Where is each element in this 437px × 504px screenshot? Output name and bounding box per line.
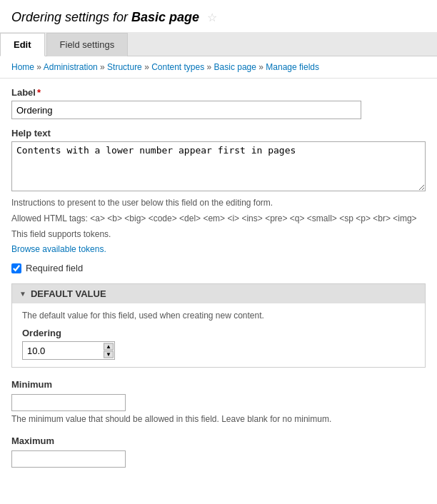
breadcrumb-structure[interactable]: Structure <box>107 62 142 72</box>
content-area: Label * Help text Contents with a lower … <box>0 79 437 476</box>
page-title: Ordering settings for Basic page ☆ <box>0 0 437 32</box>
help-instructions-line2: Allowed HTML tags: <a> <b> <big> <code> … <box>11 212 426 225</box>
spinner-down-button[interactable]: ▼ <box>104 351 114 358</box>
tab-edit[interactable]: Edit <box>0 33 45 56</box>
help-text-label: Help text <box>11 128 426 138</box>
maximum-label: Maximum <box>11 435 426 446</box>
minimum-input[interactable] <box>11 394 126 411</box>
minimum-label: Minimum <box>11 379 426 390</box>
maximum-section: Maximum <box>11 435 426 468</box>
tabs-bar: Edit Field settings <box>0 32 437 56</box>
help-text-group: Help text Contents with a lower number a… <box>11 128 426 254</box>
tab-field-settings[interactable]: Field settings <box>46 33 129 56</box>
breadcrumb-content-types[interactable]: Content types <box>151 62 204 72</box>
ordering-input[interactable] <box>22 341 115 360</box>
minimum-section: Minimum The minimum value that should be… <box>11 379 426 424</box>
spinner-buttons: ▲ ▼ <box>104 343 114 358</box>
required-field-label: Required field <box>26 263 83 273</box>
star-icon[interactable]: ☆ <box>207 11 217 24</box>
required-star: * <box>37 87 41 98</box>
help-instructions-line1: Instructions to present to the user belo… <box>11 196 426 209</box>
label-text: Label <box>11 87 36 98</box>
label-field-group: Label * <box>11 87 426 119</box>
label-input[interactable] <box>11 101 361 119</box>
help-text-input[interactable]: Contents with a lower number appear firs… <box>11 141 426 191</box>
default-value-title: DEFAULT VALUE <box>31 288 106 299</box>
default-value-body: The default value for this field, used w… <box>12 303 425 367</box>
minimum-description: The minimum value that should be allowed… <box>11 414 426 424</box>
ordering-input-wrapper: ▲ ▼ <box>22 341 115 360</box>
default-value-header[interactable]: ▼ DEFAULT VALUE <box>12 284 425 303</box>
collapse-icon: ▼ <box>19 290 26 298</box>
ordering-field-label: Ordering <box>22 328 415 338</box>
help-instructions-line3: This field supports tokens. <box>11 228 426 241</box>
title-prefix: Ordering settings for <box>11 10 131 24</box>
breadcrumb: Home » Administration » Structure » Cont… <box>0 56 437 79</box>
label-field-label: Label * <box>11 87 426 98</box>
breadcrumb-home[interactable]: Home <box>11 62 34 72</box>
spinner-up-button[interactable]: ▲ <box>104 343 114 351</box>
required-field-row: Required field <box>11 263 426 273</box>
default-value-description: The default value for this field, used w… <box>22 311 415 321</box>
default-value-section: ▼ DEFAULT VALUE The default value for th… <box>11 283 426 368</box>
breadcrumb-administration[interactable]: Administration <box>44 62 98 72</box>
breadcrumb-manage-fields[interactable]: Manage fields <box>266 62 319 72</box>
breadcrumb-basic-page[interactable]: Basic page <box>214 62 256 72</box>
title-italic: Basic page <box>131 10 199 24</box>
required-checkbox[interactable] <box>11 263 21 273</box>
browse-tokens-link[interactable]: Browse available tokens. <box>11 244 106 254</box>
maximum-input[interactable] <box>11 450 126 468</box>
